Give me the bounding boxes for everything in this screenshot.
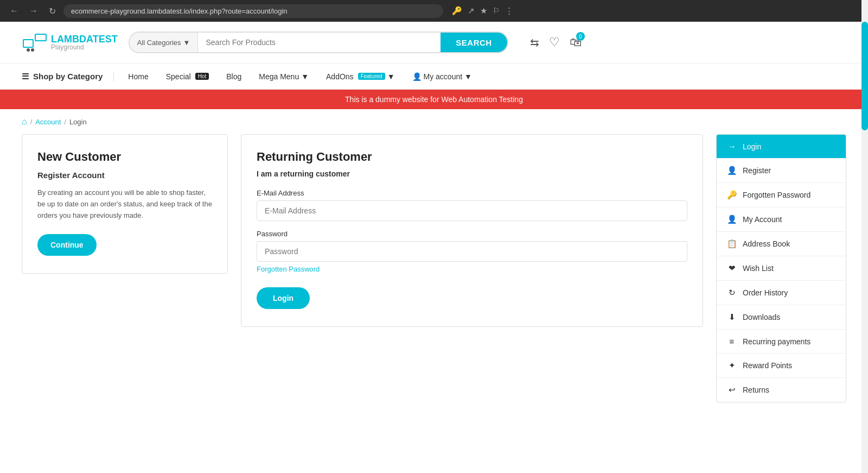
cart-button[interactable]: 🛍 0 [570, 35, 582, 49]
downloads-icon: ⬇ [726, 312, 737, 322]
breadcrumb-sep2: / [64, 118, 66, 126]
new-customer-title: New Customer [37, 150, 212, 164]
sidebar-item-register-label: Register [743, 166, 771, 175]
sidebar-item-order-history[interactable]: ↻ Order History [717, 281, 846, 305]
compare-button[interactable]: ⇆ [530, 36, 539, 49]
chevron-down-icon: ▼ [183, 39, 190, 47]
nav-mega-menu[interactable]: Mega Menu ▼ [250, 64, 317, 90]
sidebar-item-recurring-payments[interactable]: ≡ Recurring payments [717, 330, 846, 354]
cart-badge: 0 [576, 32, 585, 41]
nav-blog[interactable]: Blog [218, 64, 250, 90]
nav-special-badge: Hot [195, 73, 209, 80]
browser-address-bar[interactable] [63, 4, 443, 18]
sidebar-item-recurring-payments-label: Recurring payments [743, 337, 810, 346]
sidebar-item-login[interactable]: → Login [717, 135, 846, 159]
returning-customer-card: Returning Customer I am a returning cust… [241, 134, 703, 327]
sidebar-item-forgotten-password[interactable]: 🔑 Forgotten Password [717, 183, 846, 207]
main-content: New Customer Register Account By creatin… [0, 134, 868, 424]
sidebar-item-downloads[interactable]: ⬇ Downloads [717, 305, 846, 330]
browser-forward-btn[interactable]: → [26, 4, 41, 18]
sidebar-item-wish-list-label: Wish List [743, 264, 774, 273]
search-input[interactable] [198, 33, 441, 52]
nav-my-account-label: My account [424, 72, 463, 81]
breadcrumb-login: Login [69, 118, 87, 126]
search-button[interactable]: SEARCH [441, 33, 507, 52]
search-bar: All Categories ▼ SEARCH [129, 31, 508, 53]
returns-icon: ↩ [726, 385, 737, 395]
nav-mega-menu-label: Mega Menu [259, 72, 299, 81]
order-history-icon: ↻ [726, 288, 737, 298]
logo-icon [22, 29, 48, 55]
nav-special-label: Special [166, 72, 191, 81]
sidebar-item-my-account[interactable]: 👤 My Account [717, 207, 846, 232]
logo-text: LAMBDATEST Playground [51, 34, 118, 51]
new-customer-description: By creating an account you will be able … [37, 187, 212, 221]
nav-my-account[interactable]: 👤 My account ▼ [404, 64, 481, 90]
browser-action-extensions[interactable]: ⚐ [493, 6, 500, 16]
logo[interactable]: LAMBDATEST Playground [22, 29, 118, 55]
nav-special[interactable]: Special Hot [157, 64, 218, 90]
wishlist-button[interactable]: ♡ [549, 35, 560, 49]
browser-chrome: ← → ↻ 🔑 ↗ ★ ⚐ ⋮ [0, 0, 868, 22]
search-category-dropdown[interactable]: All Categories ▼ [130, 33, 199, 52]
login-button[interactable]: Login [257, 287, 310, 309]
email-form-group: E-Mail Address [257, 189, 687, 221]
breadcrumb-home-icon[interactable]: ⌂ [22, 117, 27, 127]
sidebar-item-register[interactable]: 👤 Register [717, 159, 846, 183]
browser-reload-btn[interactable]: ↻ [46, 4, 59, 18]
continue-button[interactable]: Continue [37, 234, 97, 256]
sidebar-item-returns[interactable]: ↩ Returns [717, 378, 846, 402]
browser-actions: 🔑 ↗ ★ ⚐ ⋮ [452, 6, 513, 16]
browser-back-btn[interactable]: ← [7, 4, 22, 18]
key-icon: 🔑 [726, 190, 737, 200]
promo-banner: This is a dummy website for Web Automati… [0, 90, 868, 109]
hamburger-icon: ☰ [22, 72, 29, 81]
chevron-down-icon: ▼ [387, 72, 395, 81]
sidebar-item-order-history-label: Order History [743, 288, 788, 297]
logo-playground-text: Playground [51, 44, 118, 51]
chevron-down-icon: ▼ [301, 72, 309, 81]
browser-action-key[interactable]: 🔑 [452, 6, 462, 16]
breadcrumb: ⌂ / Account / Login [0, 109, 868, 134]
browser-action-menu[interactable]: ⋮ [505, 6, 513, 16]
login-icon: → [726, 142, 737, 151]
site-nav: ☰ Shop by Category Home Special Hot Blog… [0, 64, 868, 90]
svg-point-2 [27, 48, 30, 52]
nav-addons-label: AddOns [326, 72, 354, 81]
scrollbar-thumb[interactable] [861, 22, 868, 130]
nav-home[interactable]: Home [119, 64, 157, 90]
sidebar-item-address-book-label: Address Book [743, 239, 790, 248]
browser-action-star[interactable]: ★ [480, 6, 487, 16]
nav-addons[interactable]: AddOns Featured ▼ [317, 64, 403, 90]
breadcrumb-account[interactable]: Account [35, 118, 61, 126]
nav-links: Home Special Hot Blog Mega Menu ▼ AddOns… [119, 64, 481, 90]
sidebar-item-login-label: Login [743, 142, 761, 151]
sidebar-item-returns-label: Returns [743, 386, 769, 394]
header-icons: ⇆ ♡ 🛍 0 [530, 35, 582, 49]
forgotten-password-link[interactable]: Forgotten Password [257, 265, 687, 273]
svg-point-3 [31, 48, 34, 52]
sidebar-item-my-account-label: My Account [743, 215, 782, 224]
sidebar-item-reward-points[interactable]: ✦ Reward Points [717, 354, 846, 378]
password-form-group: Password Forgotten Password [257, 230, 687, 273]
my-account-icon: 👤 [726, 215, 737, 224]
shop-by-category-nav[interactable]: ☰ Shop by Category [22, 72, 114, 81]
scrollbar-track [861, 0, 868, 424]
logo-lambdatest-text: LAMBDATEST [51, 34, 118, 44]
email-label: E-Mail Address [257, 189, 687, 197]
nav-blog-label: Blog [226, 72, 241, 81]
sidebar-item-downloads-label: Downloads [743, 313, 780, 321]
chevron-down-icon: ▼ [464, 72, 472, 81]
sidebar-item-address-book[interactable]: 📋 Address Book [717, 232, 846, 256]
new-customer-subtitle: Register Account [37, 171, 212, 180]
email-input[interactable] [257, 200, 687, 221]
address-book-icon: 📋 [726, 239, 737, 249]
person-icon: 👤 [412, 72, 422, 81]
password-input[interactable] [257, 241, 687, 262]
nav-addons-badge: Featured [358, 73, 385, 80]
register-icon: 👤 [726, 166, 737, 175]
new-customer-card: New Customer Register Account By creatin… [22, 134, 228, 274]
sidebar-item-wish-list[interactable]: ❤ Wish List [717, 256, 846, 281]
browser-action-share[interactable]: ↗ [468, 6, 475, 16]
returning-customer-title: Returning Customer [257, 150, 687, 164]
